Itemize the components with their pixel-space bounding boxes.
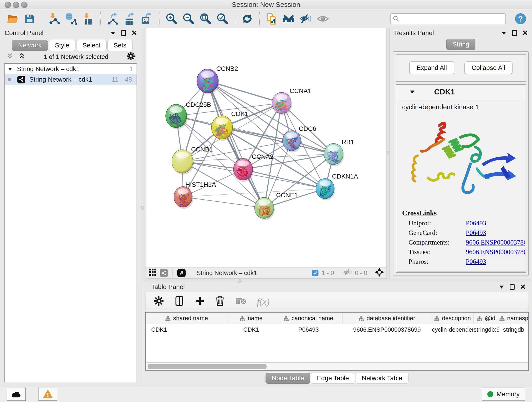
expand-all-networks-icon[interactable] [6, 53, 14, 61]
column-header-canonical-name[interactable]: canonical name [275, 313, 342, 324]
column-header-description[interactable]: description [432, 313, 473, 324]
float-panel-icon[interactable] [512, 30, 517, 36]
zoom-fit-button[interactable] [198, 12, 213, 26]
tab-node-table[interactable]: Node Table [266, 373, 310, 384]
column-header-database-identifier[interactable]: database identifier [342, 313, 432, 324]
collapse-all-networks-icon[interactable] [18, 53, 26, 61]
network-node-CDKN1A[interactable]: CDKN1A [316, 173, 358, 200]
table-settings-gear-icon[interactable] [154, 296, 164, 307]
import-table-button[interactable] [81, 12, 95, 26]
detach-view-icon[interactable] [177, 269, 186, 277]
delete-column-icon[interactable] [215, 296, 225, 308]
network-share-icon[interactable] [160, 269, 168, 277]
show-all-button[interactable] [316, 12, 330, 26]
float-panel-icon[interactable] [510, 284, 515, 290]
network-node-CCNA1[interactable]: CCNA1 [272, 87, 311, 115]
import-table-icon [82, 13, 94, 25]
column-header-namespace[interactable]: namespace [499, 313, 528, 324]
network-options-gear-icon[interactable] [127, 52, 135, 62]
zoom-out-button[interactable] [181, 12, 196, 26]
export-table-button[interactable] [123, 12, 137, 26]
minimize-window-button[interactable] [13, 2, 19, 8]
tab-style[interactable]: Style [49, 40, 75, 51]
collapse-all-button[interactable]: Collapse All [464, 61, 513, 74]
save-session-button[interactable] [22, 12, 37, 26]
tab-network[interactable]: Network [12, 40, 48, 51]
tab-sets[interactable]: Sets [108, 40, 133, 51]
close-window-button[interactable] [5, 2, 11, 8]
close-panel-icon[interactable] [520, 283, 525, 291]
zoom-in-button[interactable] [165, 12, 179, 26]
close-panel-icon[interactable] [523, 30, 527, 37]
tab-select[interactable]: Select [76, 40, 107, 51]
refresh-icon [241, 13, 253, 25]
export-network-button[interactable] [106, 12, 120, 26]
first-neighbors-button[interactable] [282, 12, 296, 26]
table-horizontal-scrollbar[interactable] [146, 362, 528, 370]
tab-network-table[interactable]: Network Table [355, 373, 409, 384]
vertical-splitter-handle[interactable] [141, 206, 144, 210]
grid-view-icon[interactable] [149, 268, 157, 278]
title-bar: Session: New Session [0, 0, 532, 9]
crosslink-link[interactable]: P06493 [466, 219, 486, 227]
clone-network-button[interactable] [265, 12, 279, 26]
column-header--id[interactable]: @id [473, 313, 499, 324]
horizontal-splitter-handle[interactable] [238, 279, 241, 283]
collapse-panel-icon[interactable] [501, 32, 506, 35]
collapse-panel-icon[interactable] [499, 286, 504, 288]
network-node-RB1[interactable]: RB1 [324, 138, 354, 166]
vertical-splitter-handle[interactable] [386, 151, 390, 154]
export-image-button[interactable] [140, 12, 154, 26]
crosslink-link[interactable]: 9606.ENSP00000378699 [466, 239, 525, 246]
zoom-selected-button[interactable] [215, 12, 230, 26]
open-session-button[interactable] [6, 12, 20, 26]
network-node-CDC25B[interactable]: CDC25B [166, 101, 211, 129]
network-canvas[interactable]: CCNB2CCNA1CDC25BCDK1CDC6RB1CCNB1CCNA2CDK… [146, 28, 387, 267]
expand-all-button[interactable]: Expand All [409, 61, 454, 74]
collapse-panel-icon[interactable] [111, 32, 115, 35]
tab-string[interactable]: String [446, 39, 475, 50]
crosslink-link[interactable]: P06493 [466, 229, 486, 236]
tab-edge-table[interactable]: Edge Table [311, 373, 355, 384]
close-panel-icon[interactable] [132, 30, 137, 37]
network-node-HIST1H1A[interactable]: HIST1H1A [174, 181, 216, 209]
show-columns-icon[interactable] [174, 296, 184, 307]
add-column-icon[interactable] [195, 296, 205, 307]
function-builder-icon[interactable]: f(x) [257, 296, 270, 307]
network-collection-row[interactable]: String Network – cdk1 1 [5, 64, 137, 74]
import-network-from-database-button[interactable] [64, 12, 78, 26]
delete-table-icon[interactable] [235, 297, 246, 307]
status-separator [172, 269, 173, 277]
selected-nodes-checkbox[interactable] [312, 270, 318, 276]
help-button[interactable]: ? [515, 13, 526, 25]
float-panel-icon[interactable] [121, 30, 126, 36]
crosshair-icon[interactable] [375, 268, 384, 279]
hide-selected-button[interactable] [299, 12, 313, 26]
memory-button[interactable]: Memory [482, 388, 525, 401]
column-header-shared-name[interactable]: shared name [146, 313, 228, 324]
zoom-out-icon [182, 13, 195, 25]
node-result-header[interactable]: CDK1 [396, 85, 526, 99]
crosslink-label: Uniprot: [409, 219, 466, 227]
node-label: CCNB1 [191, 146, 213, 153]
network-node-CCNE1[interactable]: CCNE1 [254, 191, 298, 220]
network-graph[interactable]: CCNB2CCNA1CDC25BCDK1CDC6RB1CCNB1CCNA2CDK… [146, 28, 386, 267]
floppy-disk-icon [24, 13, 36, 25]
warning-status-button[interactable] [38, 388, 57, 401]
crosslink-link[interactable]: P06493 [466, 258, 486, 265]
update-network-button[interactable] [240, 12, 254, 26]
zoom-window-button[interactable] [21, 2, 27, 8]
table-header-row: shared namenamecanonical namedatabase id… [146, 313, 528, 324]
column-header-name[interactable]: name [228, 313, 275, 324]
hidden-eye-icon[interactable] [343, 269, 352, 277]
cloud-status-button[interactable] [7, 388, 26, 401]
network-row[interactable]: String Network – cdk1 11 48 [5, 74, 137, 85]
search-input[interactable] [390, 13, 506, 24]
import-network-button[interactable] [47, 12, 61, 26]
crosslink-link[interactable]: 9606.ENSP00000378699 [466, 248, 525, 256]
collection-expand-icon[interactable] [8, 68, 12, 70]
network-node-CDK1[interactable]: CDK1 [211, 110, 248, 141]
entry-expand-icon[interactable] [410, 90, 414, 94]
scrollbar-thumb[interactable] [147, 364, 267, 369]
table-row[interactable]: CDK1CDK1P064939606.ENSP00000378699cyclin… [146, 324, 528, 335]
